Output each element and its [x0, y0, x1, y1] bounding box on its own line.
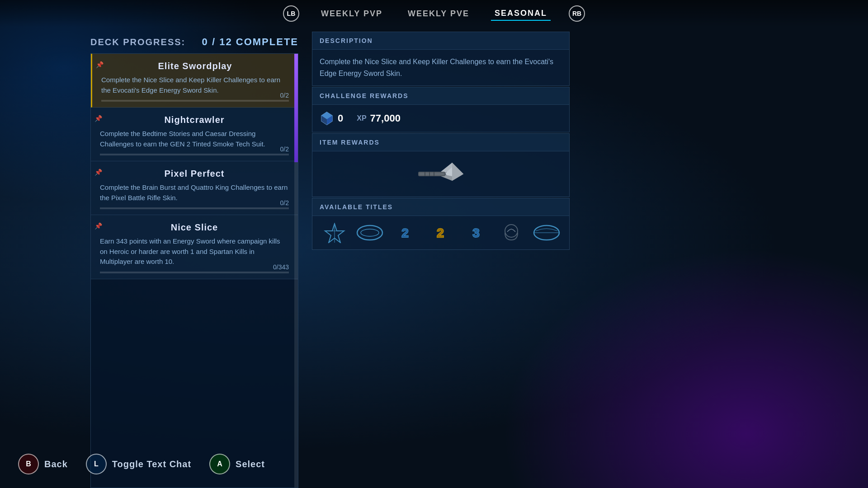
challenge-title-2: Nightcrawler	[100, 115, 289, 125]
pin-icon-4: 📌	[94, 222, 102, 230]
credits-value: 0	[338, 113, 343, 124]
deck-progress-value: 0 / 12 COMPLETE	[202, 36, 298, 48]
title-icon-5: 3 3	[462, 223, 491, 243]
description-text: Complete the Nice Slice and Keep Killer …	[320, 56, 562, 79]
svg-text:2: 2	[437, 226, 444, 240]
title-badge-5[interactable]: 3 3	[461, 221, 491, 244]
progress-bar-3: 0/2	[100, 207, 289, 209]
svg-text:2: 2	[401, 226, 409, 240]
title-icon-4: 2 2	[426, 223, 455, 243]
a-button[interactable]: A	[209, 454, 230, 474]
challenge-nice-slice[interactable]: 📌 Nice Slice Earn 343 points with an Ene…	[91, 215, 298, 279]
deck-progress-header: DECK PROGRESS: 0 / 12 COMPLETE	[90, 32, 298, 53]
titles-section-title: AVAILABLE TITLES	[320, 203, 393, 211]
challenge-pixel-perfect[interactable]: 📌 Pixel Perfect Complete the Brain Burst…	[91, 161, 298, 215]
svg-rect-5	[419, 173, 444, 175]
tab-weekly-pvp[interactable]: WEEKLY PVP	[317, 7, 386, 20]
challenge-title-1: Elite Swordplay	[101, 61, 289, 71]
title-badge-1[interactable]	[320, 221, 349, 244]
challenge-desc-1: Complete the Nice Slice and Keep Killer …	[101, 75, 289, 95]
lb-button[interactable]: LB	[283, 5, 299, 22]
svg-text:3: 3	[472, 226, 480, 240]
b-button[interactable]: B	[18, 454, 39, 474]
rewards-header: CHALLENGE REWARDS	[312, 87, 569, 105]
svg-point-20	[505, 225, 518, 237]
rewards-section-title: CHALLENGE REWARDS	[320, 92, 409, 99]
xp-value: 77,000	[370, 113, 401, 124]
select-control[interactable]: A Select	[209, 454, 265, 474]
description-body: Complete the Nice Slice and Keep Killer …	[312, 50, 569, 85]
scroll-track[interactable]	[294, 54, 298, 488]
title-badge-7[interactable]	[532, 221, 562, 244]
title-icon-7	[532, 223, 561, 243]
challenge-nightcrawler[interactable]: 📌 Nightcrawler Complete the Bedtime Stor…	[91, 108, 298, 161]
challenge-title-4: Nice Slice	[100, 222, 289, 233]
title-badge-4[interactable]: 2 2	[426, 221, 456, 244]
item-rewards-section: ITEM REWARDS	[312, 133, 570, 197]
progress-bar-1: 0/2	[101, 100, 289, 102]
credits-reward: 0	[320, 111, 343, 126]
challenge-elite-swordplay[interactable]: 📌 Elite Swordplay Complete the Nice Slic…	[91, 54, 298, 108]
pin-icon-1: 📌	[96, 61, 104, 68]
item-rewards-section-title: ITEM REWARDS	[320, 139, 380, 146]
toggle-chat-label: Toggle Text Chat	[112, 459, 191, 469]
left-panel: DECK PROGRESS: 0 / 12 COMPLETE 📌 Elite S…	[90, 32, 298, 488]
title-badge-3[interactable]: 2 2	[391, 221, 420, 244]
progress-text-1: 0/2	[280, 92, 289, 99]
pin-icon-2: 📌	[94, 115, 102, 122]
title-badge-6[interactable]	[496, 221, 526, 244]
description-section: DESCRIPTION Complete the Nice Slice and …	[312, 32, 570, 86]
back-label: Back	[44, 459, 68, 469]
description-section-title: DESCRIPTION	[320, 37, 373, 44]
rb-button[interactable]: RB	[569, 5, 585, 22]
energy-sword-icon	[414, 156, 468, 192]
progress-text-4: 0/343	[273, 263, 289, 271]
available-titles-section: AVAILABLE TITLES	[312, 198, 570, 250]
item-rewards-body	[312, 151, 569, 197]
titles-body: 2 2 2 2 3 3	[312, 216, 569, 249]
challenge-desc-3: Complete the Brain Burst and Quattro Kin…	[100, 183, 289, 203]
svg-point-13	[361, 229, 379, 236]
title-icon-6	[499, 223, 524, 243]
right-panel: DESCRIPTION Complete the Nice Slice and …	[312, 32, 570, 488]
rewards-body: 0 XP 77,000	[312, 105, 569, 132]
l-button[interactable]: L	[86, 454, 107, 474]
titles-header: AVAILABLE TITLES	[312, 198, 569, 216]
challenges-list: 📌 Elite Swordplay Complete the Nice Slic…	[90, 53, 298, 488]
challenge-rewards-section: CHALLENGE REWARDS 0 X	[312, 87, 570, 132]
progress-text-2: 0/2	[280, 145, 289, 153]
challenge-desc-4: Earn 343 points with an Energy Sword whe…	[100, 236, 289, 267]
progress-bar-4: 0/343	[100, 272, 289, 273]
toggle-chat-control[interactable]: L Toggle Text Chat	[86, 454, 191, 474]
challenge-title-3: Pixel Perfect	[100, 169, 289, 179]
rewards-row: 0 XP 77,000	[320, 111, 562, 126]
title-icon-3: 2 2	[391, 223, 420, 243]
back-control[interactable]: B Back	[18, 454, 68, 474]
tab-weekly-pve[interactable]: WEEKLY PVE	[404, 7, 473, 20]
bottom-controls: B Back L Toggle Text Chat A Select	[18, 454, 265, 474]
xp-label: XP	[357, 114, 366, 122]
challenge-desc-2: Complete the Bedtime Stories and Caesar …	[100, 129, 289, 149]
description-header: DESCRIPTION	[312, 32, 569, 50]
main-content: DECK PROGRESS: 0 / 12 COMPLETE 📌 Elite S…	[0, 32, 868, 488]
top-nav: LB WEEKLY PVP WEEKLY PVE SEASONAL RB	[0, 0, 868, 27]
scroll-thumb	[294, 54, 298, 162]
title-badge-2[interactable]	[355, 221, 385, 244]
title-icon-2	[355, 223, 385, 243]
progress-bar-2: 0/2	[100, 154, 289, 155]
credits-icon	[320, 111, 334, 126]
title-icon-1	[322, 223, 347, 243]
tab-seasonal[interactable]: SEASONAL	[491, 7, 551, 21]
progress-text-3: 0/2	[280, 199, 289, 206]
item-rewards-header: ITEM REWARDS	[312, 134, 569, 151]
deck-progress-label: DECK PROGRESS:	[90, 37, 185, 47]
select-label: Select	[236, 459, 265, 469]
xp-reward: XP 77,000	[357, 113, 401, 124]
pin-icon-3: 📌	[94, 169, 102, 176]
